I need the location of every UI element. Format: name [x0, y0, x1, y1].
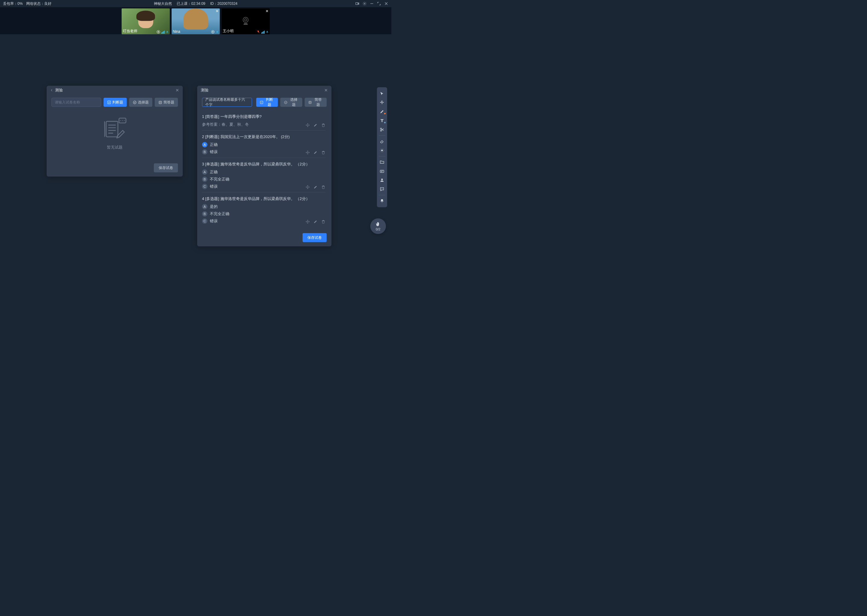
video-tile[interactable]: ✕ Nina	[172, 8, 220, 34]
delete-icon[interactable]	[321, 185, 325, 189]
camera-status-icon	[211, 30, 214, 34]
move-tool[interactable]	[377, 98, 387, 107]
right-toolbar	[377, 87, 387, 207]
panel-title: 测验	[201, 88, 209, 93]
edit-icon[interactable]	[314, 123, 318, 127]
bell-tool[interactable]	[377, 196, 387, 206]
close-icon[interactable]: ✕	[324, 88, 328, 93]
delete-icon[interactable]	[321, 150, 325, 155]
svg-point-16	[120, 120, 121, 121]
folder-tool[interactable]	[377, 158, 387, 167]
question-item: 1 [简答题] 一年四季分别是哪四季? 参考答案：春、夏、秋、冬	[202, 110, 325, 130]
topbar: 丢包率：0% 网络状态：良好 神秘大自然 已上课：02:34:09 ID：202…	[0, 0, 391, 7]
packet-loss: 丢包率：0%	[3, 1, 22, 6]
question-title: 3 [单选题] 施华洛世奇是反华品牌，所以梁鼎琪反华。 （2分）	[202, 162, 325, 167]
choice-item[interactable]: A是的	[202, 204, 325, 209]
svg-point-20	[284, 101, 287, 104]
edit-icon[interactable]	[314, 220, 318, 224]
panel-title: 测验	[55, 88, 63, 93]
mic-muted-icon	[257, 30, 260, 34]
video-tile[interactable]: ✕ 王小明	[222, 8, 270, 34]
svg-point-0	[364, 3, 365, 4]
camera-off-icon	[240, 15, 252, 27]
mic-icon	[266, 30, 268, 34]
move-icon[interactable]	[306, 123, 310, 127]
quiz-panel-empty: 测验 ✕ 判断题 选择题 简答题 暂无试题 保存试卷	[47, 86, 183, 176]
user-tool[interactable]	[377, 176, 387, 185]
signal-icon	[261, 30, 265, 34]
share-tool[interactable]	[377, 167, 387, 176]
empty-text: 暂无试题	[107, 145, 123, 150]
svg-rect-25	[380, 170, 384, 173]
elapsed-time: 已上课：02:34:09	[177, 1, 205, 6]
tab-judge[interactable]: 判断题	[104, 98, 127, 107]
delete-icon[interactable]	[321, 123, 325, 127]
eraser-tool[interactable]	[377, 137, 387, 146]
session-id: ID：2020070324	[210, 1, 238, 6]
pointer-tool[interactable]	[377, 89, 387, 98]
video-tile[interactable]: 叮当老师	[121, 8, 170, 34]
mic-icon	[166, 30, 169, 34]
move-icon[interactable]	[306, 185, 310, 189]
text-tool[interactable]	[377, 116, 387, 125]
delete-icon[interactable]	[321, 220, 325, 224]
back-icon[interactable]	[50, 89, 53, 92]
svg-point-24	[381, 149, 383, 151]
svg-rect-10	[267, 31, 267, 33]
settings-icon[interactable]	[363, 2, 367, 6]
question-list[interactable]: 1 [简答题] 一年四季分别是哪四季? 参考答案：春、夏、秋、冬 2 [判断题]…	[202, 110, 326, 227]
empty-illustration	[101, 118, 128, 141]
hand-count: 0/2	[376, 227, 380, 231]
svg-point-8	[244, 19, 247, 21]
svg-rect-3	[167, 31, 167, 33]
svg-rect-19	[260, 101, 263, 104]
choice-item[interactable]: A正确	[202, 142, 325, 148]
save-quiz-button[interactable]: 保存试卷	[154, 163, 178, 172]
question-item: 4 [多选题] 施华洛世奇是反华品牌，所以梁鼎琪反华。 （2分） A是的 B不完…	[202, 193, 325, 227]
svg-point-5	[212, 31, 213, 33]
quiz-name-display[interactable]: 产品说试卷名称最多十六个字	[202, 98, 252, 107]
tab-choice[interactable]: 选择题	[280, 98, 302, 107]
svg-rect-13	[159, 101, 162, 104]
scissors-tool[interactable]	[377, 125, 387, 134]
choice-item[interactable]: B不完全正确	[202, 176, 325, 182]
tab-short[interactable]: 简答题	[305, 98, 326, 107]
minimize-icon[interactable]	[370, 2, 374, 6]
svg-rect-6	[217, 31, 218, 33]
tab-judge[interactable]: 判断题	[256, 98, 278, 107]
move-icon[interactable]	[306, 150, 310, 155]
edit-icon[interactable]	[314, 150, 318, 155]
raise-hand-button[interactable]: 0/2	[370, 218, 386, 234]
network-status: 网络状态：良好	[26, 1, 52, 6]
choice-item[interactable]: B不完全正确	[202, 211, 325, 217]
tile-close-icon[interactable]: ✕	[216, 9, 219, 13]
close-icon[interactable]: ✕	[175, 88, 179, 93]
tile-name: Nina	[173, 30, 180, 34]
tile-close-icon[interactable]: ✕	[265, 9, 268, 13]
chat-tool[interactable]	[377, 185, 387, 194]
brightness-tool[interactable]	[377, 146, 387, 155]
close-icon[interactable]	[384, 2, 388, 6]
course-title: 神秘大自然	[154, 1, 172, 6]
mic-icon	[216, 30, 219, 34]
tab-short[interactable]: 简答题	[155, 98, 178, 107]
svg-point-12	[133, 101, 136, 104]
edit-icon[interactable]	[314, 185, 318, 189]
maximize-icon[interactable]	[377, 2, 381, 6]
save-quiz-button[interactable]: 保存试卷	[303, 233, 326, 242]
question-item: 2 [判断题] 我国宪法上一次更新是在2020年。 (2分) A正确 B错误	[202, 130, 325, 158]
svg-point-18	[124, 120, 125, 121]
choice-item[interactable]: A正确	[202, 169, 325, 175]
svg-point-26	[381, 179, 383, 180]
quiz-name-input[interactable]	[52, 98, 101, 107]
move-icon[interactable]	[306, 220, 310, 224]
question-title: 2 [判断题] 我国宪法上一次更新是在2020年。 (2分)	[202, 134, 325, 140]
tile-name: 叮当老师	[123, 28, 137, 34]
video-row: 叮当老师 ✕ Nina ✕ 王小明	[0, 7, 391, 34]
svg-point-27	[381, 189, 381, 189]
svg-point-29	[382, 189, 383, 189]
pen-tool[interactable]	[377, 107, 387, 116]
camera-icon[interactable]	[355, 2, 359, 6]
tab-choice[interactable]: 选择题	[129, 98, 152, 107]
signal-icon	[161, 30, 165, 34]
